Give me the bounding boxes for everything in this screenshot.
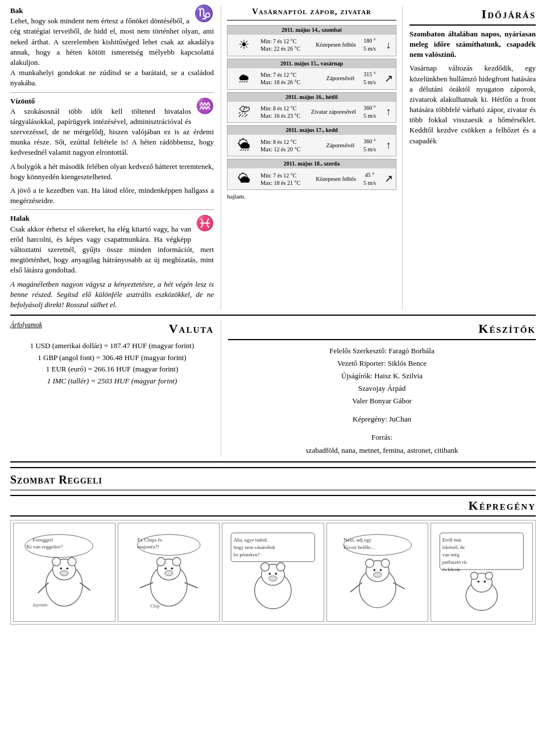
valuta-header: Valuta: [169, 321, 214, 336]
svg-text:Naló, adj egy: Naló, adj egy: [344, 538, 372, 543]
svg-point-20: [164, 568, 167, 570]
divider1: [10, 92, 214, 93]
svg-text:be pénteken?: be pénteken?: [234, 552, 260, 558]
keszitok-column: Készítők Felelős Szerkesztő: Faragó Borb…: [221, 320, 536, 457]
comic-panel-1-text: Forogget! Ki van reggelire?: [14, 523, 115, 621]
weather-day-4-icon: 🌦: [230, 137, 258, 154]
weather-day-2: 2011. május 15., vasárnap 🌧 Min: 7 és 12…: [227, 59, 396, 90]
svg-text:Ez Chips és: Ez Chips és: [137, 538, 162, 543]
svg-text:puffasztó rís: puffasztó rís: [442, 559, 468, 565]
comic-panel-2-svg: Ez Chips és majonéz?! Chip: [122, 527, 216, 615]
comic-panel-1: Forogget! Ki van reggelire?: [13, 523, 115, 622]
weather-day-1-date: 2011. május 14., szombat: [228, 26, 396, 35]
comic-panel-3-text: Aha, ugye tudod, hogy nem vásároltuk be …: [222, 523, 324, 621]
weather-day-5-icon: 🌥: [230, 170, 258, 188]
svg-point-44: [373, 569, 375, 572]
weather-day-5-date: 2011. május 18., szerda: [228, 159, 396, 168]
bak-p2: A munkahelyi gondokat ne zúdítsd se a ba…: [10, 68, 214, 88]
halak-title: Halak: [10, 214, 30, 222]
bak-sign: ♑: [194, 6, 214, 22]
svg-text:Forogget!: Forogget!: [33, 538, 53, 543]
svg-point-6: [68, 557, 76, 566]
valuta-line-4: 1 IMC (tallér) = 2503 HUF (magyar forint…: [10, 375, 214, 387]
svg-text:árpotats: árpotats: [33, 602, 48, 608]
valuta-column: Árfolyamok Valuta 1 USD (amerikai dollár…: [10, 320, 221, 457]
weather-day-2-desc: Záporesővél: [325, 75, 356, 82]
comic-panel-4: Naló, adj egy Kicoit belőle...: [326, 523, 429, 622]
weather-day-2-wind: 315 ° 5 m/s: [358, 71, 381, 86]
weather-day-4-date: 2011. május 17., kedd: [228, 126, 396, 135]
forras-label: Forrás: szabadföld, nana, metnet, femina…: [228, 431, 536, 456]
vizonty-title: Vízöntő: [10, 97, 35, 105]
svg-point-33: [276, 563, 285, 572]
weather-day-3-temps: Min: 8 és 12 °C Max: 16 és 23 °C: [260, 105, 309, 119]
svg-point-59: [478, 581, 480, 583]
valuta-line-2: 1 GBP (angol font) = 306.48 HUF (magyar …: [10, 352, 214, 364]
weather-day-2-temps: Min: 7 és 12 °C Max: 18 és 26 °C: [260, 71, 322, 86]
middle-column: Vasárnaptól zápor, zivatar 2011. május 1…: [221, 6, 403, 310]
comic-panel-3-svg: Aha, ugye tudod, hogy nem vásároltuk be …: [226, 527, 320, 615]
valuta-text: 1 USD (amerikai dollár) = 187.47 HUF (ma…: [10, 340, 214, 387]
weather-day-3-wind: 360 ° 5 m/s: [358, 104, 381, 120]
bottom-section: Árfolyamok Valuta 1 USD (amerikai dollár…: [10, 320, 536, 462]
idojaras-bold: Szombaton általában napos, nyáriasan mel…: [410, 30, 536, 59]
bak-title: Bak: [10, 6, 23, 15]
halak-p1: Csak akkor érhetsz el sikereket, ha elég…: [10, 225, 214, 275]
svg-text:hogy nem vásároltuk: hogy nem vásároltuk: [234, 545, 276, 551]
svg-point-60: [484, 581, 486, 583]
svg-point-43: [381, 559, 390, 568]
halak-p2: A magánéletben nagyon vágysz a kényeztet…: [10, 279, 214, 311]
weather-day-4: 2011. május 17., kedd 🌦 Min: 8 és 12 °C …: [227, 125, 396, 156]
halak-section: ♓ Halak Csak akkor érhetsz el sikereket,…: [10, 213, 214, 310]
keszitok-line-1: Felelős Szerkesztő: Faragó Borbála: [228, 345, 536, 357]
svg-text:Ki van reggelire?: Ki van reggelire?: [27, 544, 63, 550]
comic-panel-5-svg: Erről már lekéstél, de van még puffasztó…: [435, 527, 529, 615]
svg-text:Chip: Chip: [150, 604, 159, 609]
weather-day-4-desc: Záporesővél: [325, 142, 356, 150]
weather-day-3-body: ⛈ Min: 8 és 12 °C Max: 16 és 23 °C Zivat…: [228, 102, 396, 123]
weather-day-4-body: 🌦 Min: 8 és 12 °C Max: 12 és 20 °C Zápor…: [228, 135, 396, 156]
svg-text:lekéstél, de: lekéstél, de: [442, 545, 465, 551]
right-column: Időjárás Szombaton általában napos, nyár…: [403, 6, 536, 310]
keszitok-line-5: Valer Bonyar Gábor: [228, 395, 536, 407]
weather-day-1-temps: Min: 7 és 12 °C Max: 22 és 26 °C: [260, 38, 313, 52]
svg-point-7: [60, 568, 62, 570]
weather-section-title: Vasárnaptól zápor, zivatar: [227, 6, 396, 20]
szombat-header: Szombat Reggeli: [10, 472, 536, 490]
valuta-line-1: 1 USD (amerikai dollár) = 187.47 HUF (ma…: [10, 340, 214, 352]
svg-point-35: [275, 573, 278, 575]
svg-text:van még: van még: [442, 552, 460, 558]
svg-point-21: [171, 568, 173, 570]
weather-day-3: 2011. május 16., hétfő ⛈ Min: 8 és 12 °C…: [227, 92, 396, 123]
svg-point-42: [365, 559, 374, 568]
svg-point-5: [52, 557, 61, 566]
comic-panel-2: Ez Chips és majonéz?! Chip: [118, 523, 220, 622]
comic-strip: Forogget! Ki van reggelire?: [10, 520, 536, 625]
svg-point-9: [60, 571, 68, 576]
keszitok-line-3: Újságírók: Haisz K. Szilvia: [228, 370, 536, 382]
weather-day-5-desc: Közepesen felhős: [316, 175, 356, 183]
weather-day-1-icon: ☀: [230, 36, 258, 54]
vizonty-section: ♒ Vízöntő A szokásosnál több időt kell t…: [10, 96, 214, 206]
valuta-line-3: 1 EUR (euró) = 266.16 HUF (magyar forint…: [10, 363, 214, 375]
kepregeny-section-header: Képregény: [10, 495, 536, 517]
vizonty-p2: A bolygók a hét második felében olyan ke…: [10, 162, 214, 182]
svg-point-58: [486, 572, 493, 580]
weather-day-3-icon: ⛈: [230, 104, 258, 121]
comic-panel-4-svg: Naló, adj egy Kicoit belőle...: [330, 527, 425, 615]
svg-text:majonéz?!: majonéz?!: [137, 544, 159, 550]
weather-day-2-date: 2011. május 15., vasárnap: [228, 59, 396, 68]
weather-day-1-desc: Közepesen felhős: [316, 41, 356, 49]
weather-day-4-wind: 360 ° 5 m/s: [358, 138, 381, 154]
weather-day-5: 2011. május 18., szerda 🌥 Min: 7 és 12 °…: [227, 159, 396, 190]
comic-panel-2-text: Ez Chips és majonéz?! Chip: [118, 523, 220, 621]
aquarius-sign: ♒: [196, 96, 214, 117]
top-section: ♑ Bak Lehet, hogy sok mindent nem értesz…: [10, 6, 536, 316]
kepregeny-label: Képregény: JuChan: [228, 413, 536, 425]
left-column: ♑ Bak Lehet, hogy sok mindent nem értesz…: [10, 6, 221, 310]
svg-point-36: [269, 576, 278, 581]
weather-day-2-arrow: ↗: [383, 72, 394, 86]
weather-day-3-desc: Zivatar záporesővél: [311, 108, 356, 116]
svg-point-18: [156, 557, 165, 566]
vizonty-p3: A jövő a te kezedben van. Ha látod előre…: [10, 185, 214, 206]
